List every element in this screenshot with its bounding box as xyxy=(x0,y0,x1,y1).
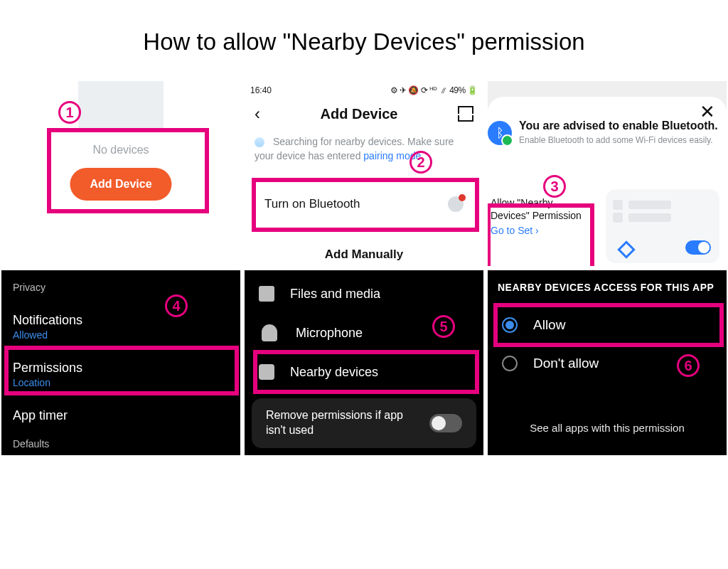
remove-permissions-row[interactable]: Remove permissions if app isn't used xyxy=(252,398,476,448)
app-timer-label: App timer xyxy=(13,408,229,423)
step-badge-2: 2 xyxy=(410,151,432,174)
step-badge-5: 5 xyxy=(432,315,455,338)
status-time: 16:40 xyxy=(250,85,272,95)
toggle-on-icon xyxy=(685,240,711,255)
step-badge-4: 4 xyxy=(165,294,188,317)
step-5-panel: Files and media Microphone Nearby device… xyxy=(245,270,483,455)
permission-header: NEARBY DEVICES ACCESS FOR THIS APP xyxy=(498,282,717,293)
dont-allow-label: Don't allow xyxy=(533,356,599,371)
page-title: How to allow "Nearby Devices" permission xyxy=(1,28,727,55)
highlight-box xyxy=(488,203,594,266)
step-2-panel: 16:40 ⚙ ✈ 🔕 ⟳ ᴴᴰ ⫽ 49% 🔋 ‹ Add Device Se… xyxy=(245,81,483,266)
microphone-icon xyxy=(262,324,277,341)
section-defaults: Defaults xyxy=(13,438,49,450)
back-icon[interactable]: ‹ xyxy=(255,104,260,124)
remove-permissions-toggle[interactable] xyxy=(429,414,462,432)
status-indicators: ⚙ ✈ 🔕 ⟳ ᴴᴰ ⫽ 49% 🔋 xyxy=(390,85,478,95)
step-badge-6: 6 xyxy=(677,354,700,377)
step-6-panel: NEARBY DEVICES ACCESS FOR THIS APP Allow… xyxy=(488,270,727,455)
files-label: Files and media xyxy=(290,287,380,302)
remove-permissions-label: Remove permissions if app isn't used xyxy=(266,408,422,438)
section-privacy: Privacy xyxy=(13,282,229,293)
files-media-row[interactable]: Files and media xyxy=(245,275,483,313)
scan-icon[interactable] xyxy=(458,106,473,122)
searching-info: Searching for nearby devices. Make sure … xyxy=(255,135,473,163)
sheet-heading: You are advised to enable Bluetooth. xyxy=(519,119,718,132)
empty-box-illustration xyxy=(78,81,164,131)
highlight-box xyxy=(4,346,239,395)
notifications-label: Notifications xyxy=(13,313,229,328)
sheet-subtext: Enable Bluetooth to add some Wi-Fi devic… xyxy=(519,135,713,145)
bottom-sheet: ✕ ᛒ You are advised to enable Bluetooth.… xyxy=(488,97,727,266)
app-timer-row[interactable]: App timer xyxy=(13,398,229,433)
microphone-label: Microphone xyxy=(296,326,363,341)
step-3-panel: ✕ ᛒ You are advised to enable Bluetooth.… xyxy=(488,81,727,266)
add-manually-tab[interactable]: Add Manually xyxy=(245,248,483,262)
bluetooth-icon: ᛒ xyxy=(488,121,512,145)
screen-header: ‹ Add Device xyxy=(245,104,483,124)
notifications-row[interactable]: Notifications Allowed xyxy=(13,303,229,351)
spinner-icon xyxy=(255,137,264,147)
diagram-row xyxy=(628,201,671,209)
screen-title: Add Device xyxy=(321,106,398,122)
highlight-box xyxy=(47,128,209,213)
highlight-box xyxy=(253,350,479,394)
device-diagram-card xyxy=(606,189,719,263)
see-all-apps-link[interactable]: See all apps with this permission xyxy=(488,422,727,434)
screenshot-grid: No devices Add Device 1 16:40 ⚙ ✈ 🔕 ⟳ ᴴᴰ… xyxy=(1,81,727,455)
highlight-box xyxy=(493,303,724,347)
status-bar: 16:40 ⚙ ✈ 🔕 ⟳ ᴴᴰ ⫽ 49% 🔋 xyxy=(250,85,478,95)
diagram-row xyxy=(628,213,671,222)
step-badge-1: 1 xyxy=(58,101,81,124)
step-4-panel: Privacy Notifications Allowed Permission… xyxy=(1,270,240,455)
radio-icon[interactable] xyxy=(502,356,518,371)
notifications-sub: Allowed xyxy=(13,329,229,341)
step-badge-3: 3 xyxy=(543,175,566,198)
highlight-box xyxy=(252,178,479,232)
gps-icon xyxy=(617,240,635,258)
step-1-panel: No devices Add Device 1 xyxy=(1,81,240,266)
folder-icon xyxy=(259,286,274,302)
page: How to allow "Nearby Devices" permission… xyxy=(0,0,728,569)
